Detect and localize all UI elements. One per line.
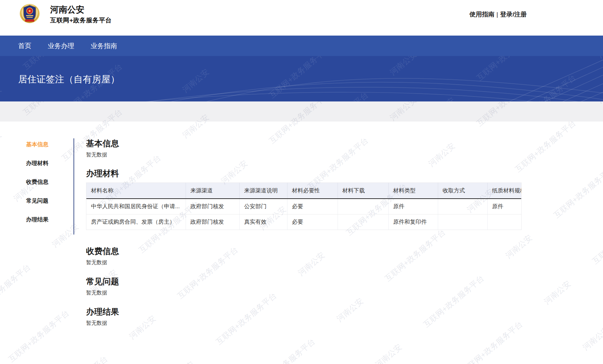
basic-info-heading: 基本信息 <box>86 139 522 148</box>
nav-item-business-guide[interactable]: 业务指南 <box>91 42 117 50</box>
result-heading: 办理结果 <box>86 307 522 316</box>
col-source-channel-desc: 来源渠道说明 <box>239 183 287 199</box>
cell: 原件 <box>388 199 438 214</box>
cell <box>438 214 487 230</box>
sidebar-item-fees[interactable]: 收费信息 <box>26 179 48 185</box>
materials-table-container: 材料名称 来源渠道 来源渠道说明 材料必要性 材料下载 材料类型 收取方式 纸质… <box>86 182 522 230</box>
nav-item-home[interactable]: 首页 <box>18 42 31 50</box>
col-material-name: 材料名称 <box>86 183 186 199</box>
usage-guide-link[interactable]: 使用指南 <box>469 11 495 18</box>
cell <box>487 214 522 230</box>
cell: 原件 <box>487 199 522 214</box>
fees-heading: 收费信息 <box>86 247 522 256</box>
fees-empty-text: 暂无数据 <box>86 260 522 266</box>
header: ★ 河南公安 互联网+政务服务平台 使用指南|登录/注册 <box>0 0 603 36</box>
col-download: 材料下载 <box>338 183 388 199</box>
brand-title: 河南公安 <box>50 5 112 14</box>
sidebar-item-basic-info[interactable]: 基本信息 <box>26 142 48 147</box>
cell: 原件和复印件 <box>388 214 438 230</box>
faq-empty-text: 暂无数据 <box>86 290 522 296</box>
cell: 政府部门核发 <box>186 214 239 230</box>
login-register-link[interactable]: 登录/注册 <box>500 11 527 18</box>
main-nav: 首页 业务办理 业务指南 <box>0 36 603 56</box>
header-links: 使用指南|登录/注册 <box>469 10 527 19</box>
materials-table: 材料名称 来源渠道 来源渠道说明 材料必要性 材料下载 材料类型 收取方式 纸质… <box>86 183 522 230</box>
cell: 中华人民共和国居民身份证（申请... <box>86 199 186 214</box>
main-content: 基本信息 暂无数据 办理材料 材料名称 来源渠道 来源渠道说明 材料必要性 材料… <box>86 139 522 326</box>
nav-item-business-handling[interactable]: 业务办理 <box>48 42 74 50</box>
faq-heading: 常见问题 <box>86 277 522 286</box>
link-separator: | <box>497 11 498 18</box>
cell: 真实有效 <box>239 214 287 230</box>
cell: 公安部门 <box>239 199 287 214</box>
cell <box>338 214 388 230</box>
sidebar-item-result[interactable]: 办理结果 <box>26 217 48 222</box>
cell <box>438 199 487 214</box>
sidebar-item-materials[interactable]: 办理材料 <box>26 160 48 166</box>
col-collect-method: 收取方式 <box>438 183 487 199</box>
col-source-channel: 来源渠道 <box>186 183 239 199</box>
col-material-type: 材料类型 <box>388 183 438 199</box>
cell: 政府部门核发 <box>186 199 239 214</box>
svg-text:★: ★ <box>28 9 31 13</box>
cell <box>338 199 388 214</box>
cell: 必要 <box>287 214 338 230</box>
brand-subtitle: 互联网+政务服务平台 <box>50 16 112 25</box>
sidebar-divider <box>74 138 74 235</box>
materials-heading: 办理材料 <box>86 169 522 178</box>
result-empty-text: 暂无数据 <box>86 320 522 326</box>
col-necessity: 材料必要性 <box>287 183 338 199</box>
section-sidebar: 基本信息 办理材料 收费信息 常见问题 办理结果 <box>26 142 48 236</box>
page-title: 居住证签注（自有房屋） <box>18 73 120 86</box>
brand-block: 河南公安 互联网+政务服务平台 <box>50 5 112 25</box>
col-paper-spec: 纸质材料规格 <box>487 183 522 199</box>
police-badge-logo: ★ <box>17 3 42 24</box>
table-row: 房产证或购房合同、发票（房主） 政府部门核发 真实有效 必要 原件和复印件 <box>86 214 522 230</box>
cell: 必要 <box>287 199 338 214</box>
table-row: 中华人民共和国居民身份证（申请... 政府部门核发 公安部门 必要 原件 原件 <box>86 199 522 214</box>
action-bar <box>0 101 603 122</box>
basic-info-empty-text: 暂无数据 <box>86 152 522 158</box>
table-header-row: 材料名称 来源渠道 来源渠道说明 材料必要性 材料下载 材料类型 收取方式 纸质… <box>86 183 522 199</box>
cell: 房产证或购房合同、发票（房主） <box>86 214 186 230</box>
sidebar-item-faq[interactable]: 常见问题 <box>26 198 48 204</box>
